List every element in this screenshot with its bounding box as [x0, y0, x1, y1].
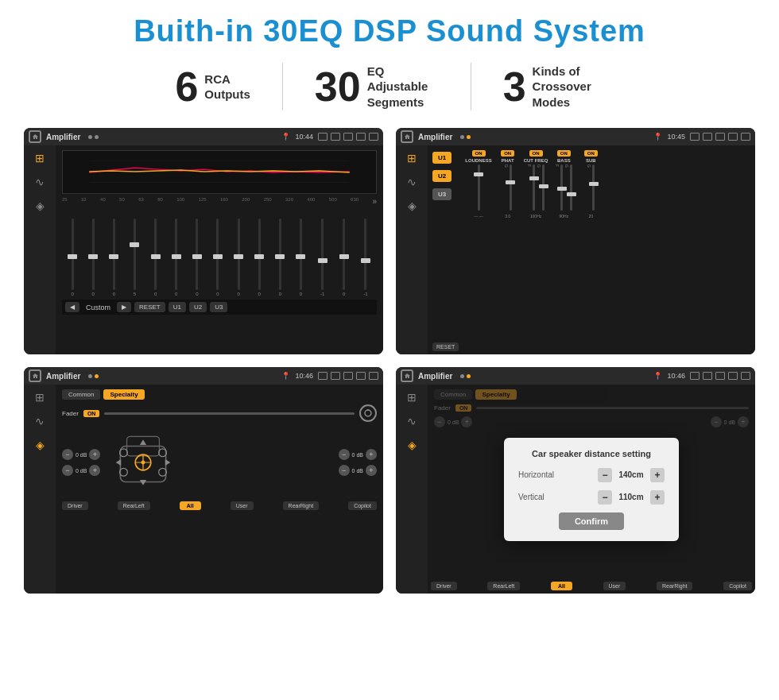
slider-val-8: 0 — [216, 292, 219, 296]
cross-loudness: ON LOUDNESS — — — [465, 150, 491, 219]
dlg-all-btn[interactable]: All — [551, 582, 572, 590]
freq-50: 50 — [119, 197, 125, 206]
eq-prev-btn[interactable]: ◀ — [65, 302, 79, 312]
user-btn[interactable]: User — [231, 501, 254, 510]
freq-25: 25 — [62, 197, 68, 206]
slider-val-3: 0 — [113, 292, 115, 296]
slider-track-4[interactable] — [134, 219, 136, 290]
cross-sidebar-eq-icon[interactable]: ⊞ — [407, 152, 417, 164]
slider-track-2[interactable] — [92, 219, 95, 290]
dlg-driver-btn[interactable]: Driver — [431, 582, 457, 590]
horizontal-minus-btn[interactable]: − — [598, 468, 612, 482]
cross-home-icon[interactable] — [401, 130, 413, 143]
spec-sidebar-speaker-icon[interactable]: ◈ — [36, 439, 45, 451]
freq-630: 630 — [351, 197, 358, 206]
stat-crossover: 3 Kinds ofCrossover Modes — [471, 64, 636, 110]
cutfreq-on[interactable]: ON — [529, 150, 543, 157]
dlg-status-bar: Amplifier 📍 10:46 — [396, 367, 755, 385]
slider-track-10[interactable] — [258, 219, 261, 290]
vol-fr-minus[interactable]: − — [339, 449, 350, 460]
eq-u2-btn[interactable]: U2 — [189, 302, 207, 312]
fader-knob-icon[interactable] — [359, 404, 377, 422]
spec-sidebar-wave-icon[interactable]: ∿ — [35, 415, 45, 427]
slider-track-7[interactable] — [196, 219, 198, 290]
cross-u2-btn[interactable]: U2 — [432, 170, 452, 182]
cross-u1-btn[interactable]: U1 — [432, 152, 452, 164]
confirm-button[interactable]: Confirm — [559, 512, 624, 530]
fader-slider[interactable] — [104, 412, 355, 415]
spec-home-icon[interactable] — [29, 369, 41, 382]
tab-specialty[interactable]: Specialty — [103, 389, 144, 400]
slider-track-9[interactable] — [238, 219, 240, 290]
spec-screen-content: ⊞ ∿ ◈ Common Specialty Fader ON — [24, 385, 383, 594]
horizontal-plus-btn[interactable]: + — [650, 468, 665, 482]
slider-track-14[interactable] — [343, 219, 345, 290]
eq-reset-btn[interactable]: RESET — [134, 302, 165, 312]
rearleft-btn[interactable]: RearLeft — [118, 501, 150, 510]
dlg-home-icon[interactable] — [401, 369, 413, 382]
vol-rr-plus[interactable]: + — [366, 465, 377, 476]
vol-fr-plus[interactable]: + — [366, 449, 377, 460]
vol-rr-minus[interactable]: − — [339, 465, 350, 476]
slider-track-6[interactable] — [175, 219, 177, 290]
slider-track-8[interactable] — [216, 219, 219, 290]
eq-u3-btn[interactable]: U3 — [210, 302, 227, 312]
slider-track-11[interactable] — [279, 219, 281, 290]
vol-rl-minus[interactable]: − — [62, 465, 73, 476]
spec-sidebar-eq-icon[interactable]: ⊞ — [35, 391, 45, 404]
cross-time: 10:45 — [667, 133, 685, 141]
freq-125: 125 — [199, 197, 207, 206]
slider-track-1[interactable] — [72, 219, 74, 290]
slider-track-13[interactable] — [321, 219, 324, 290]
eq-more-arrow[interactable]: » — [372, 197, 377, 206]
vol-fl-minus[interactable]: − — [62, 449, 73, 460]
eq-next-btn[interactable]: ▶ — [117, 302, 131, 312]
dialog-box: Car speaker distance setting Horizontal … — [504, 438, 679, 541]
rearright-btn[interactable]: RearRight — [283, 501, 320, 510]
dlg-sidebar-speaker-icon[interactable]: ◈ — [408, 439, 417, 451]
slider-track-12[interactable] — [300, 219, 302, 290]
eq-slider-15: -1 — [363, 219, 367, 296]
bass-slider-g: G — [564, 164, 572, 212]
cross-u3-btn[interactable]: U3 — [432, 188, 452, 200]
eq-sidebar-speaker-icon[interactable]: ◈ — [36, 199, 45, 212]
vertical-minus-btn[interactable]: − — [598, 490, 612, 505]
copilot-btn[interactable]: Copilot — [348, 501, 377, 510]
stat-number-3: 3 — [503, 66, 526, 107]
eq-sidebar-eq-icon[interactable]: ⊞ — [35, 152, 45, 164]
loudness-on[interactable]: ON — [472, 150, 486, 157]
dlg-rearleft-btn[interactable]: RearLeft — [487, 582, 520, 590]
dlg-user-btn[interactable]: User — [603, 582, 626, 590]
driver-btn[interactable]: Driver — [62, 501, 88, 510]
tab-common[interactable]: Common — [62, 389, 100, 400]
vol-rl-plus[interactable]: + — [89, 465, 100, 476]
slider-track-3[interactable] — [113, 219, 115, 290]
vol-fl-plus[interactable]: + — [89, 449, 100, 460]
bass-on[interactable]: ON — [557, 150, 571, 157]
dlg-status-dots — [460, 374, 471, 378]
all-btn[interactable]: All — [180, 501, 201, 510]
phat-slider-g: G — [504, 164, 512, 212]
slider-track-5[interactable] — [154, 219, 157, 290]
dlg-sidebar-wave-icon[interactable]: ∿ — [407, 415, 417, 427]
cross-sidebar-wave-icon[interactable]: ∿ — [407, 176, 417, 188]
eq-sidebar-wave-icon[interactable]: ∿ — [35, 176, 45, 188]
dlg-rearright-btn[interactable]: RearRight — [657, 582, 693, 590]
dlg-sidebar-eq-icon[interactable]: ⊞ — [407, 391, 417, 404]
fader-on-badge[interactable]: ON — [83, 410, 100, 417]
slider-track-15[interactable] — [364, 219, 366, 290]
cross-reset-btn[interactable]: RESET — [432, 342, 459, 351]
phat-on[interactable]: ON — [501, 150, 514, 157]
vertical-plus-btn[interactable]: + — [650, 490, 665, 505]
home-icon[interactable] — [29, 130, 41, 143]
eq-u1-btn[interactable]: U1 — [169, 302, 186, 312]
eq-time: 10:44 — [295, 133, 313, 141]
dlg-copilot-btn[interactable]: Copilot — [723, 582, 752, 590]
cross-sidebar-speaker-icon[interactable]: ◈ — [408, 199, 417, 212]
sub-val: 20 — [589, 214, 594, 219]
eq-slider-14: 0 — [343, 219, 345, 296]
sub-on[interactable]: ON — [584, 150, 598, 157]
dlg-dot-1 — [460, 374, 464, 378]
dlg-screen-content: ⊞ ∿ ◈ Common Specialty Fader ON — [396, 385, 755, 594]
horizontal-value: 140cm — [615, 470, 647, 479]
